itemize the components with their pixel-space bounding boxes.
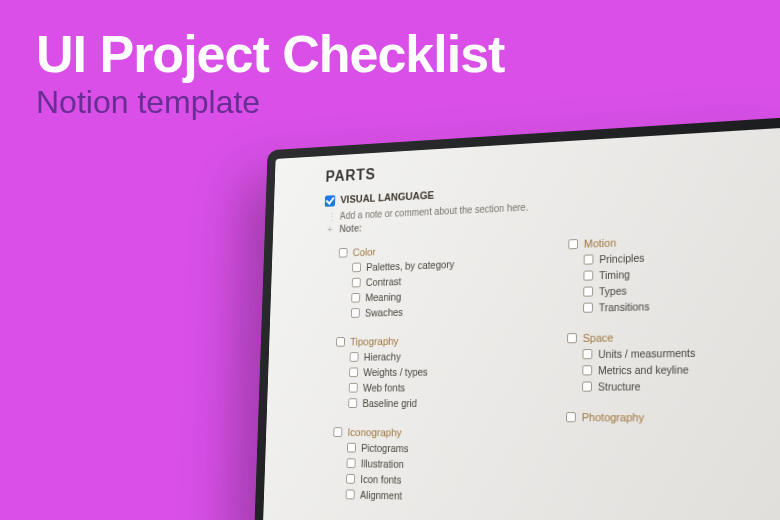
checklist-item[interactable]: Pictograms: [347, 442, 527, 456]
item-label: Structure: [598, 380, 641, 393]
item-label: Web fonts: [363, 382, 405, 394]
checkbox-icon[interactable]: [349, 383, 358, 393]
group-label: Color: [353, 246, 376, 258]
checkbox-icon[interactable]: [336, 337, 345, 347]
item-label: Hierachy: [364, 351, 401, 363]
notion-page: PARTS VISUAL LANGUAGE ⋮⋮Add a note or co…: [263, 127, 780, 520]
checklist-item[interactable]: Weights / types: [349, 365, 528, 378]
checklist-item[interactable]: Contrast: [352, 271, 530, 288]
checkbox-icon[interactable]: [352, 278, 361, 288]
item-label: Icon fonts: [360, 473, 401, 485]
checkbox-icon[interactable]: [568, 239, 578, 249]
checklist-item[interactable]: Meaning: [351, 287, 529, 303]
add-icon[interactable]: +: [327, 223, 336, 236]
checklist-item[interactable]: Transitions: [583, 297, 780, 314]
checklist-item[interactable]: Units / measurments: [582, 345, 780, 360]
checkbox-icon[interactable]: [347, 458, 356, 468]
item-label: Weights / types: [363, 366, 428, 378]
checklist-group: MotionPrinciplesTimingTypesTransitions: [567, 230, 780, 318]
checkbox-icon[interactable]: [584, 254, 594, 264]
hero-title: UI Project Checklist: [36, 28, 504, 80]
laptop-mockup: PARTS VISUAL LANGUAGE ⋮⋮Add a note or co…: [230, 130, 780, 520]
checklist-item[interactable]: Baseline grid: [348, 397, 527, 409]
checkbox-icon[interactable]: [351, 308, 360, 318]
group-heading[interactable]: Photography: [566, 411, 780, 424]
checkbox-icon[interactable]: [583, 286, 593, 296]
group-heading[interactable]: Iconography: [333, 426, 527, 439]
checklist-item[interactable]: Types: [583, 280, 780, 298]
section-label: VISUAL LANGUAGE: [340, 189, 434, 205]
checklist-group: SpaceUnits / measurmentsMetrics and keyl…: [566, 328, 780, 396]
checklist-item[interactable]: Principles: [584, 247, 780, 266]
checkbox-icon[interactable]: [582, 381, 592, 391]
group-label: Tipography: [350, 335, 399, 347]
item-label: Alignment: [360, 489, 402, 502]
checklist-group: Photography: [566, 411, 780, 428]
checkbox-icon[interactable]: [333, 427, 342, 437]
item-label: Principles: [599, 252, 644, 266]
checklist-item[interactable]: Metrics and keyline: [582, 362, 780, 376]
checkbox-icon[interactable]: [325, 195, 336, 207]
item-label: Meaning: [365, 291, 401, 303]
drag-handle-icon[interactable]: ⋮⋮: [328, 210, 337, 223]
checkbox-icon[interactable]: [567, 333, 577, 343]
item-label: Units / measurments: [598, 347, 695, 361]
item-label: Timing: [599, 268, 630, 281]
checklist-item[interactable]: Timing: [583, 263, 780, 281]
checklist-item[interactable]: Palettes, by category: [352, 256, 530, 274]
checkbox-icon[interactable]: [349, 367, 358, 377]
checkbox-icon[interactable]: [351, 293, 360, 303]
checkbox-icon[interactable]: [582, 349, 592, 359]
checkbox-icon[interactable]: [566, 412, 576, 422]
group-label: Motion: [584, 237, 616, 250]
group-label: Photography: [582, 411, 644, 423]
checkbox-icon[interactable]: [346, 474, 355, 484]
checkbox-icon[interactable]: [583, 303, 593, 313]
checkbox-icon[interactable]: [350, 352, 359, 362]
checklist-item[interactable]: Swaches: [351, 303, 529, 319]
checklist-item[interactable]: Web fonts: [349, 381, 528, 394]
hero-subtitle: Notion template: [36, 84, 504, 121]
checklist-item[interactable]: Icon fonts: [346, 473, 526, 488]
item-label: Types: [599, 285, 627, 298]
laptop-bezel: PARTS VISUAL LANGUAGE ⋮⋮Add a note or co…: [254, 116, 780, 520]
item-label: Swaches: [365, 306, 403, 318]
checkbox-icon[interactable]: [582, 365, 592, 375]
group-label: Iconography: [347, 426, 401, 438]
item-label: Illustration: [361, 458, 404, 470]
checkbox-icon[interactable]: [339, 248, 348, 258]
checkbox-icon[interactable]: [346, 489, 355, 499]
checklist-item[interactable]: Illustration: [346, 457, 526, 471]
item-label: Metrics and keyline: [598, 363, 689, 376]
checklist-group: TipographyHierachyWeights / typesWeb fon…: [334, 333, 529, 413]
checklist-item[interactable]: Hierachy: [350, 349, 529, 363]
group-heading[interactable]: Space: [567, 328, 780, 344]
group-label: Space: [583, 331, 614, 344]
item-label: Baseline grid: [362, 397, 417, 409]
checkbox-icon[interactable]: [583, 270, 593, 280]
checklist-group: IconographyPictogramsIllustrationIcon fo…: [331, 426, 527, 508]
item-label: Transitions: [599, 300, 650, 313]
checklist-item[interactable]: Alignment: [346, 489, 527, 505]
checkbox-icon[interactable]: [348, 398, 357, 408]
group-heading[interactable]: Tipography: [336, 333, 529, 348]
checkbox-icon[interactable]: [347, 443, 356, 453]
item-label: Contrast: [366, 275, 402, 288]
item-label: Palettes, by category: [366, 258, 454, 272]
item-label: Pictograms: [361, 442, 409, 454]
hero-banner: UI Project Checklist Notion template: [36, 28, 504, 121]
checklist-item[interactable]: Structure: [582, 379, 780, 392]
checkbox-icon[interactable]: [352, 263, 361, 273]
checklist-group: ColorPalettes, by categoryContrastMeanin…: [337, 240, 530, 323]
note-label: Note:: [339, 223, 362, 234]
